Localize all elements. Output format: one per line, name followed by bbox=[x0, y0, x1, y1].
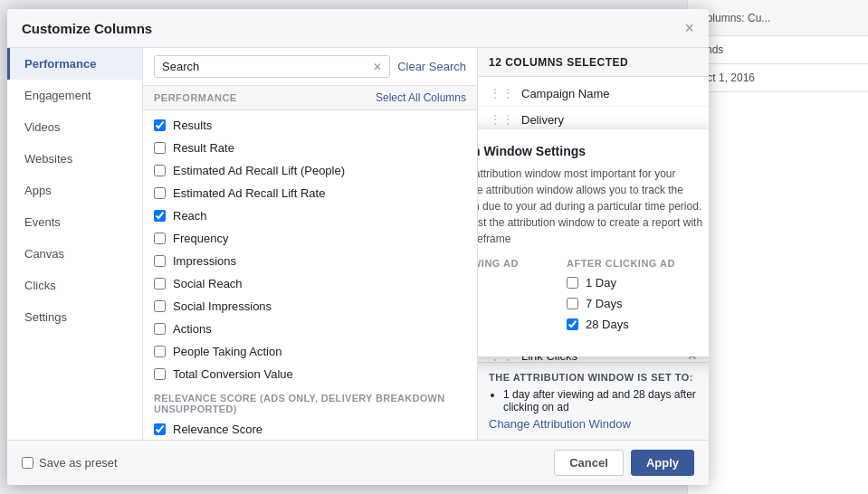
checkbox-people-taking-action[interactable] bbox=[154, 346, 166, 357]
sidebar-item-canvas[interactable]: Canvas bbox=[7, 238, 142, 270]
label-impressions: Impressions bbox=[173, 254, 236, 268]
select-all-button[interactable]: Select All Columns bbox=[376, 91, 466, 104]
popup-option-click-28days: 28 Days bbox=[567, 318, 703, 331]
checkbox-social-impressions[interactable] bbox=[154, 300, 166, 312]
drag-handle-icon[interactable]: ⋮⋮ bbox=[489, 86, 514, 100]
check-item-social-reach[interactable]: Social Reach bbox=[143, 272, 477, 295]
section-header: PERFORMANCE Select All Columns bbox=[143, 86, 477, 110]
check-item-actions[interactable]: Actions bbox=[143, 318, 477, 340]
modal-footer: Save as preset Cancel Apply bbox=[7, 440, 709, 485]
clear-icon[interactable]: ✕ bbox=[373, 61, 382, 73]
popup-option-view-7days: 7 Days bbox=[478, 297, 552, 310]
check-item-total-conversion-value[interactable]: Total Conversion Value bbox=[143, 363, 477, 385]
checkbox-impressions[interactable] bbox=[154, 255, 166, 267]
checkbox-estimated-ad-recall[interactable] bbox=[154, 165, 166, 176]
check-item-impressions[interactable]: Impressions bbox=[143, 250, 477, 272]
cancel-button[interactable]: Cancel bbox=[554, 450, 624, 476]
label-frequency: Frequency bbox=[173, 232, 228, 245]
label-social-impressions: Social Impressions bbox=[173, 299, 272, 313]
popup-option-click-1day: 1 Day bbox=[567, 276, 703, 290]
check-item-people-taking-action[interactable]: People Taking Action bbox=[143, 340, 477, 363]
checkbox-click-7days[interactable] bbox=[567, 298, 578, 309]
popup-col-clicking: AFTER CLICKING AD 1 Day 7 Days bbox=[567, 258, 703, 338]
label-result-rate: Result Rate bbox=[173, 141, 234, 155]
label-people-taking-action: People Taking Action bbox=[173, 345, 281, 358]
search-bar: ✕ Clear Search bbox=[143, 48, 477, 86]
check-item-frequency[interactable]: Frequency bbox=[143, 227, 477, 250]
check-item-result-rate[interactable]: Result Rate bbox=[143, 137, 477, 159]
popup-col-viewing: AFTER VIEWING AD 1 Day 7 Days bbox=[478, 258, 552, 338]
sidebar-item-clicks[interactable]: Clicks bbox=[7, 270, 142, 301]
check-item-social-impressions[interactable]: Social Impressions bbox=[143, 295, 477, 318]
popup-col-clicking-header: AFTER CLICKING AD bbox=[567, 258, 703, 269]
checkbox-relevance-score[interactable] bbox=[154, 423, 166, 435]
sub-section-label: RELEVANCE SCORE (ADS ONLY, DELIVERY BREA… bbox=[143, 385, 477, 418]
popup-option-view-1day: 1 Day bbox=[478, 276, 552, 290]
checklist: Results Result Rate Estimated Ad Recall … bbox=[143, 110, 477, 440]
label-click-1day: 1 Day bbox=[586, 276, 616, 290]
check-item-estimated-ad-recall[interactable]: Estimated Ad Recall Lift (People) bbox=[143, 159, 477, 182]
sidebar-item-videos[interactable]: Videos bbox=[7, 111, 142, 143]
sidebar: Performance Engagement Videos Websites A… bbox=[7, 48, 143, 440]
label-click-7days: 7 Days bbox=[586, 297, 622, 310]
label-relevance-score: Relevance Score bbox=[173, 423, 262, 436]
sidebar-item-websites[interactable]: Websites bbox=[7, 143, 142, 175]
checkbox-frequency[interactable] bbox=[154, 233, 166, 244]
right-column: 12 COLUMNS SELECTED ⋮⋮ Campaign Name ⋮⋮ … bbox=[478, 48, 709, 440]
checkbox-total-conversion-value[interactable] bbox=[154, 368, 166, 380]
search-input[interactable] bbox=[162, 60, 373, 73]
popup-option-click-7days: 7 Days bbox=[567, 297, 703, 310]
selected-count: 12 COLUMNS SELECTED bbox=[489, 56, 628, 69]
check-item-results[interactable]: Results bbox=[143, 114, 477, 137]
sidebar-item-settings[interactable]: Settings bbox=[7, 301, 142, 333]
checkbox-ear-rate[interactable] bbox=[154, 187, 166, 199]
check-item-reach[interactable]: Reach bbox=[143, 204, 477, 227]
checkbox-reach[interactable] bbox=[154, 210, 166, 222]
bg-columns-header: Columns: Cu... bbox=[688, 0, 868, 36]
checkbox-result-rate[interactable] bbox=[154, 142, 166, 154]
modal-header: Customize Columns × bbox=[7, 9, 709, 48]
selected-item-campaign-name: ⋮⋮ Campaign Name bbox=[478, 81, 709, 107]
checkbox-results[interactable] bbox=[154, 119, 166, 131]
bg-ends-value: Oct 1, 2016 bbox=[688, 64, 868, 92]
popup-col-viewing-header: AFTER VIEWING AD bbox=[478, 258, 552, 269]
check-item-ear-rate[interactable]: Estimated Ad Recall Lift Rate bbox=[143, 182, 477, 204]
middle-column: ✕ Clear Search PERFORMANCE Select All Co… bbox=[143, 48, 478, 440]
checkbox-social-reach[interactable] bbox=[154, 278, 166, 290]
check-item-relevance-score[interactable]: Relevance Score bbox=[143, 418, 477, 440]
label-actions: Actions bbox=[173, 322, 212, 336]
apply-button[interactable]: Apply bbox=[631, 450, 694, 476]
selected-item-label: Campaign Name bbox=[521, 87, 698, 100]
modal-body: Performance Engagement Videos Websites A… bbox=[7, 48, 709, 440]
sidebar-item-events[interactable]: Events bbox=[7, 206, 142, 238]
popup-option-view-28days: 28 Days bbox=[478, 318, 552, 331]
checkbox-click-28days[interactable] bbox=[567, 318, 578, 330]
label-results: Results bbox=[173, 119, 212, 132]
footer-buttons: Cancel Apply bbox=[554, 450, 694, 476]
popup-columns: AFTER VIEWING AD 1 Day 7 Days bbox=[478, 258, 703, 338]
checkbox-click-1day[interactable] bbox=[567, 277, 578, 289]
label-ear-rate: Estimated Ad Recall Lift Rate bbox=[173, 186, 325, 200]
sidebar-item-apps[interactable]: Apps bbox=[7, 175, 142, 206]
change-attribution-window-link[interactable]: Change Attribution Window bbox=[489, 417, 631, 431]
label-click-28days: 28 Days bbox=[586, 318, 629, 331]
drag-handle-icon[interactable]: ⋮⋮ bbox=[489, 112, 514, 127]
attribution-section: THE ATTRIBUTION WINDOW IS SET TO: 1 day … bbox=[478, 362, 709, 440]
attribution-text: 1 day after viewing ad and 28 days after… bbox=[489, 388, 698, 413]
attribution-title: THE ATTRIBUTION WINDOW IS SET TO: bbox=[489, 372, 698, 383]
sidebar-item-performance[interactable]: Performance bbox=[7, 48, 142, 80]
bg-ends-header: Ends bbox=[688, 36, 868, 64]
checkbox-actions[interactable] bbox=[154, 323, 166, 335]
customize-columns-modal: Customize Columns × Performance Engageme… bbox=[7, 9, 709, 485]
attribution-popup: Attribution Window Settings Choose the a… bbox=[478, 129, 709, 356]
save-preset-checkbox[interactable] bbox=[22, 457, 33, 469]
selected-header: 12 COLUMNS SELECTED bbox=[478, 48, 709, 77]
clear-search-button[interactable]: Clear Search bbox=[397, 60, 466, 73]
section-label: PERFORMANCE bbox=[154, 92, 237, 103]
save-preset-label: Save as preset bbox=[39, 456, 118, 470]
label-reach: Reach bbox=[173, 209, 207, 223]
save-preset-wrap: Save as preset bbox=[22, 456, 118, 470]
popup-title: Attribution Window Settings bbox=[478, 144, 703, 158]
close-icon[interactable]: × bbox=[684, 20, 694, 36]
sidebar-item-engagement[interactable]: Engagement bbox=[7, 80, 142, 111]
